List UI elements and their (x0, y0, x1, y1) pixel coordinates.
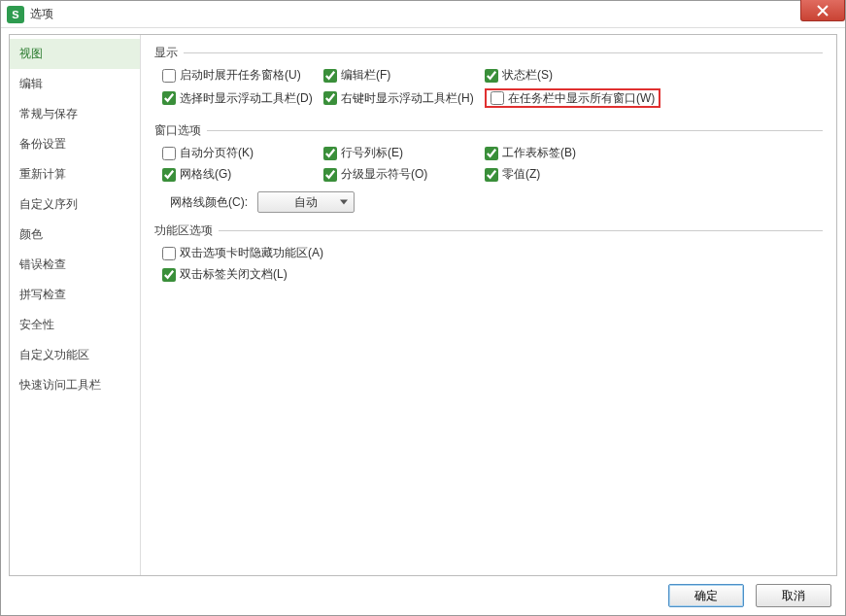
button-label: 确定 (694, 588, 718, 604)
window-title: 选项 (30, 6, 53, 22)
titlebar: S 选项 (1, 1, 845, 28)
fieldset-ribbon-options: 功能区选项 双击选项卡时隐藏功能区(A) 双击标签关闭文档(L) (154, 222, 823, 283)
sidebar-item-general[interactable]: 常规与保存 (10, 99, 140, 129)
sidebar-item-customlist[interactable]: 自定义序列 (10, 189, 140, 220)
chevron-down-icon (340, 200, 348, 205)
checkbox-input[interactable] (162, 247, 176, 260)
sidebar-item-label: 自定义序列 (19, 197, 78, 211)
sidebar-item-color[interactable]: 颜色 (10, 220, 140, 250)
checkbox-input[interactable] (323, 69, 337, 83)
checkbox-input[interactable] (162, 168, 176, 182)
app-icon: S (7, 6, 24, 23)
checkbox-input[interactable] (491, 91, 504, 105)
sidebar-item-label: 常规与保存 (19, 107, 78, 120)
sidebar-item-customribbon[interactable]: 自定义功能区 (10, 340, 140, 370)
checkbox-label: 工作表标签(B) (502, 145, 576, 161)
checkbox-hide-ribbon[interactable]: 双击选项卡时隐藏功能区(A) (162, 245, 823, 261)
fieldset-window-options: 窗口选项 自动分页符(K) 行号列标(E) (154, 122, 823, 213)
ok-button[interactable]: 确定 (668, 584, 744, 607)
divider-line (219, 230, 823, 231)
content-pane: 显示 启动时展开任务窗格(U) 编辑栏(F) (141, 35, 836, 575)
button-bar: 确定 取消 (668, 584, 831, 607)
checkbox-close-doc[interactable]: 双击标签关闭文档(L) (162, 266, 823, 283)
checkbox-input[interactable] (162, 268, 176, 282)
sidebar-item-label: 拼写检查 (19, 288, 66, 301)
sidebar-item-label: 重新计算 (19, 167, 66, 181)
sidebar-item-label: 快速访问工具栏 (19, 378, 101, 392)
sidebar-item-label: 编辑 (19, 77, 43, 90)
checkbox-input[interactable] (162, 147, 176, 160)
sidebar-item-label: 安全性 (19, 318, 54, 331)
fieldset-title: 显示 (154, 45, 184, 61)
checkbox-headers[interactable]: 行号列标(E) (323, 145, 485, 161)
checkbox-input[interactable] (485, 168, 498, 182)
checkbox-label: 零值(Z) (502, 166, 540, 183)
sidebar-item-recalc[interactable]: 重新计算 (10, 159, 140, 189)
sidebar-item-backup[interactable]: 备份设置 (10, 129, 140, 159)
checkbox-label: 分级显示符号(O) (341, 166, 427, 183)
checkbox-minitoolbar-select[interactable]: 选择时显示浮动工具栏(D) (162, 88, 323, 108)
checkbox-input[interactable] (323, 168, 337, 182)
checkbox-label: 右键时显示浮动工具栏(H) (341, 90, 474, 107)
button-label: 取消 (782, 588, 805, 604)
checkbox-input[interactable] (485, 147, 498, 160)
highlight-box: 在任务栏中显示所有窗口(W) (485, 88, 660, 108)
checkbox-label: 状态栏(S) (502, 67, 553, 84)
close-button[interactable] (800, 0, 845, 21)
checkbox-input[interactable] (323, 91, 337, 105)
options-dialog: S 选项 视图 编辑 常规与保存 备份设置 重新计算 自定义序列 颜色 错误检查… (0, 0, 846, 616)
sidebar-item-security[interactable]: 安全性 (10, 310, 140, 340)
checkbox-label: 启动时展开任务窗格(U) (180, 67, 301, 84)
checkbox-input[interactable] (485, 69, 498, 83)
sidebar-item-label: 备份设置 (19, 137, 66, 151)
checkbox-label: 选择时显示浮动工具栏(D) (180, 90, 313, 107)
divider-line (184, 52, 823, 53)
fieldset-display: 显示 启动时展开任务窗格(U) 编辑栏(F) (154, 45, 823, 113)
sidebar-item-errorcheck[interactable]: 错误检查 (10, 250, 140, 280)
sidebar-item-label: 自定义功能区 (19, 348, 89, 361)
checkbox-formulabar[interactable]: 编辑栏(F) (323, 67, 485, 84)
sidebar-item-edit[interactable]: 编辑 (10, 69, 140, 99)
sidebar: 视图 编辑 常规与保存 备份设置 重新计算 自定义序列 颜色 错误检查 拼写检查… (10, 35, 141, 575)
checkbox-input[interactable] (162, 91, 176, 105)
checkbox-zerovalues[interactable]: 零值(Z) (485, 166, 679, 183)
checkbox-label: 网格线(G) (180, 166, 231, 183)
checkbox-statusbar[interactable]: 状态栏(S) (485, 67, 679, 84)
fieldset-title: 窗口选项 (154, 122, 207, 139)
checkbox-label: 在任务栏中显示所有窗口(W) (508, 90, 655, 107)
checkbox-label: 双击选项卡时隐藏功能区(A) (180, 245, 323, 261)
dialog-body: 视图 编辑 常规与保存 备份设置 重新计算 自定义序列 颜色 错误检查 拼写检查… (9, 34, 837, 576)
checkbox-label: 编辑栏(F) (341, 67, 390, 84)
close-icon (817, 5, 829, 17)
sidebar-item-label: 颜色 (19, 227, 43, 241)
gridcolor-label: 网格线颜色(C): (170, 194, 248, 211)
cancel-button[interactable]: 取消 (756, 584, 831, 607)
checkbox-label: 行号列标(E) (341, 145, 403, 161)
checkbox-input[interactable] (323, 147, 337, 160)
sidebar-item-label: 错误检查 (19, 257, 66, 271)
checkbox-minitoolbar-rightclick[interactable]: 右键时显示浮动工具栏(H) (323, 88, 485, 108)
checkbox-taskbar-windows[interactable]: 在任务栏中显示所有窗口(W) (485, 88, 679, 108)
sidebar-item-view[interactable]: 视图 (10, 39, 140, 69)
checkbox-taskpane[interactable]: 启动时展开任务窗格(U) (162, 67, 323, 84)
sidebar-item-spellcheck[interactable]: 拼写检查 (10, 280, 140, 310)
checkbox-input[interactable] (162, 69, 176, 83)
checkbox-pagebreaks[interactable]: 自动分页符(K) (162, 145, 323, 161)
checkbox-sheettabs[interactable]: 工作表标签(B) (485, 145, 679, 161)
checkbox-label: 双击标签关闭文档(L) (180, 266, 288, 283)
divider-line (207, 130, 823, 131)
checkbox-gridlines[interactable]: 网格线(G) (162, 166, 323, 183)
sidebar-item-label: 视图 (19, 47, 43, 60)
checkbox-label: 自动分页符(K) (180, 145, 254, 161)
gridcolor-row: 网格线颜色(C): 自动 (162, 191, 823, 213)
sidebar-item-qat[interactable]: 快速访问工具栏 (10, 370, 140, 400)
checkbox-outline-symbols[interactable]: 分级显示符号(O) (323, 166, 485, 183)
fieldset-title: 功能区选项 (154, 222, 219, 239)
gridcolor-dropdown[interactable]: 自动 (257, 191, 355, 213)
